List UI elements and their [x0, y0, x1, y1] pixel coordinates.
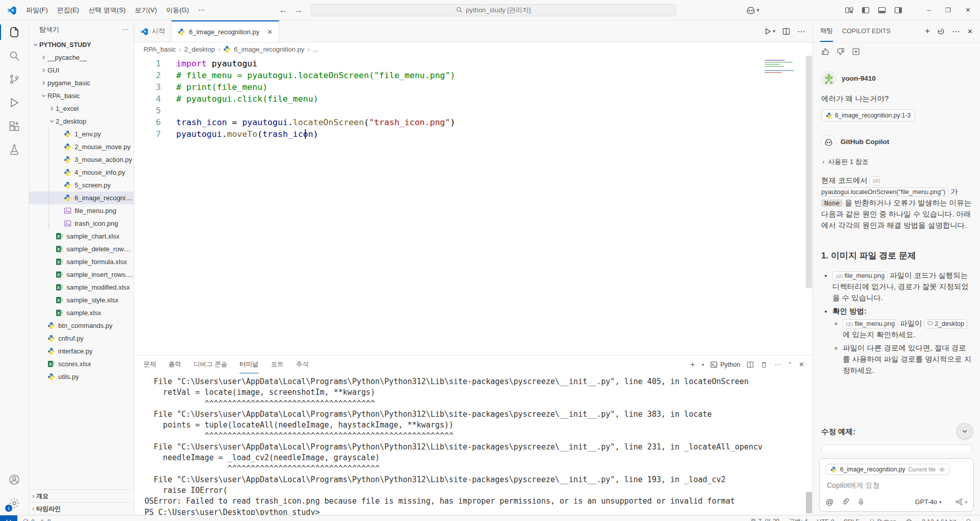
new-chat-icon[interactable]: +: [925, 26, 930, 36]
remote-indicator[interactable]: [0, 515, 17, 521]
tree-item-4_mouse_info.py[interactable]: 4_mouse_info.py: [29, 166, 134, 179]
account-icon[interactable]: [0, 468, 29, 491]
line-number-3[interactable]: 3: [134, 81, 161, 93]
command-center-search[interactable]: python_study [관리자]: [310, 4, 676, 16]
line-number-1[interactable]: 1: [134, 58, 161, 69]
toggle-secondary-sidebar-icon[interactable]: [894, 6, 902, 14]
tree-item-trash_icon.png[interactable]: trash_icon.png: [29, 217, 134, 230]
eye-icon[interactable]: [939, 466, 945, 473]
kill-terminal-icon[interactable]: [760, 361, 768, 368]
code-line-7[interactable]: pyautogui.moveTo(trash_icon): [176, 128, 455, 140]
status-item-5[interactable]: 3.12.4 64-bit: [922, 518, 956, 521]
settings-gear-icon[interactable]: 1: [0, 491, 29, 515]
close-tab-icon[interactable]: ✕: [267, 28, 273, 36]
code-line-1[interactable]: import pyautogui: [176, 58, 455, 69]
activity-source-control-icon[interactable]: [0, 67, 29, 91]
line-number-4[interactable]: 4: [134, 93, 161, 105]
minimap[interactable]: [764, 60, 796, 74]
mic-icon[interactable]: [857, 498, 865, 506]
status-copilot-icon[interactable]: [905, 518, 913, 521]
line-numbers[interactable]: 1234567: [134, 58, 161, 140]
terminal-dropdown-icon[interactable]: ▾: [702, 362, 704, 367]
menu-item-3[interactable]: 보기(V): [130, 4, 161, 17]
activity-explorer-icon[interactable]: [0, 20, 29, 44]
file-reference-chip[interactable]: [@] file_menu.png: [832, 271, 888, 280]
toggle-sidebar-icon[interactable]: [862, 6, 870, 14]
tree-item-3_mouse_action.py[interactable]: 3_mouse_action.py: [29, 153, 134, 166]
toggle-panel-icon[interactable]: [878, 6, 886, 14]
tree-item-RPA_basic[interactable]: RPA_basic: [29, 89, 134, 102]
window-minimize-button[interactable]: ─: [927, 7, 931, 14]
folder-reference-chip[interactable]: 2_desktop: [924, 319, 967, 328]
activity-run-debug-icon[interactable]: [0, 91, 29, 114]
panel-tab-디버그 콘솔[interactable]: 디버그 콘솔: [194, 356, 227, 373]
tree-item-PYTHON_STUDY[interactable]: PYTHON_STUDY: [29, 38, 134, 51]
tree-item-scores.xlsx[interactable]: Xscores.xlsx: [29, 358, 134, 370]
notifications-bell-icon[interactable]: [965, 518, 972, 521]
attach-icon[interactable]: [842, 498, 849, 506]
line-number-2[interactable]: 2: [134, 69, 161, 81]
split-editor-icon[interactable]: [782, 28, 790, 35]
chat-input[interactable]: 6_image_recognition.py Current file Copi…: [819, 458, 974, 512]
breadcrumb[interactable]: RPA_basic›2_desktop›6_image_recognition.…: [134, 42, 812, 56]
panel-tab-터미널[interactable]: 터미널: [240, 356, 259, 373]
menu-overflow-button[interactable]: ⋯: [194, 4, 209, 16]
explorer-actions-icon[interactable]: ⋯: [122, 26, 129, 33]
menu-item-1[interactable]: 편집(E): [53, 4, 84, 17]
tree-item-__pycache__[interactable]: __pycache__: [29, 51, 134, 64]
attached-file-chip[interactable]: 6_image_recognition.py:1-3: [821, 109, 915, 122]
code-line-4[interactable]: # pyautogui.click(file_menu): [176, 93, 455, 105]
editor-more-actions-icon[interactable]: ⋯: [797, 27, 805, 36]
terminal-shell-item[interactable]: Python: [710, 361, 740, 368]
insert-into-file-icon[interactable]: [852, 48, 860, 56]
breadcrumb-item-0[interactable]: RPA_basic: [144, 45, 176, 53]
activity-extensions-icon[interactable]: [0, 114, 29, 138]
panel-tab-포트[interactable]: 포트: [271, 356, 283, 373]
menu-item-4[interactable]: 이동(G): [161, 4, 194, 17]
tree-item-sample_delete_rows....[interactable]: Xsample_delete_rows....: [29, 243, 134, 255]
tree-item-2_mouse_move.py[interactable]: 2_mouse_move.py: [29, 140, 134, 153]
thumbs-up-icon[interactable]: [821, 48, 829, 56]
nav-back-icon[interactable]: ←: [279, 6, 287, 15]
problems-indicator[interactable]: 0 0: [22, 518, 51, 521]
run-python-file-icon[interactable]: ▾: [764, 28, 775, 35]
code-line-6[interactable]: trash_icon = pyautogui.locateOnScreen("t…: [176, 116, 455, 128]
tree-item-5_screen.py[interactable]: 5_screen.py: [29, 179, 134, 192]
nav-forward-icon[interactable]: →: [294, 6, 302, 15]
code-content[interactable]: import pyautogui# file_menu = pyautogui.…: [176, 58, 455, 140]
panel-tab-출력[interactable]: 출력: [169, 356, 181, 373]
activity-testing-icon[interactable]: [0, 138, 29, 161]
mention-context-icon[interactable]: @: [826, 498, 833, 506]
breadcrumb-item-1[interactable]: 2_desktop: [184, 45, 215, 53]
editor-scrollbar[interactable]: [805, 56, 812, 355]
used-references[interactable]: › 사용된 1 참조: [821, 157, 972, 167]
chat-more-actions-icon[interactable]: ⋯: [952, 27, 960, 36]
close-chat-icon[interactable]: ✕: [967, 28, 973, 35]
line-number-5[interactable]: 5: [134, 105, 161, 116]
window-restore-button[interactable]: ❐: [945, 7, 951, 14]
status-item-3[interactable]: CRLF: [844, 518, 859, 521]
status-item-0[interactable]: 줄 7, 열 29: [750, 517, 779, 521]
terminal-scrollbar[interactable]: [806, 492, 812, 513]
maximize-panel-icon[interactable]: ⌃: [787, 361, 792, 368]
chat-input-placeholder[interactable]: Copilot에게 요청: [827, 481, 967, 490]
tree-item-cnfruf.py[interactable]: cnfruf.py: [29, 332, 134, 345]
code-line-3[interactable]: # print(file_menu): [176, 81, 455, 93]
tree-item-GUI[interactable]: GUI: [29, 64, 134, 77]
window-close-button[interactable]: ✕: [965, 6, 971, 14]
model-picker[interactable]: GPT-4o ▾: [915, 499, 942, 506]
close-panel-icon[interactable]: ✕: [799, 361, 804, 368]
menu-item-0[interactable]: 파일(F): [21, 4, 53, 17]
tree-item-1_env.py[interactable]: 1_env.py: [29, 128, 134, 140]
code-line-2[interactable]: # file_menu = pyautogui.locateOnScreen("…: [176, 69, 455, 81]
editor-tab-6_image_recognition.py[interactable]: 6_image_recognition.py✕: [172, 20, 279, 42]
tree-item-2_desktop[interactable]: 2_desktop: [29, 115, 134, 128]
tab-copilot-edits[interactable]: COPILOT EDITS: [842, 20, 891, 42]
code-line-5[interactable]: [176, 105, 455, 116]
tree-item-6_image_recogniti...[interactable]: 6_image_recogniti...: [29, 192, 134, 204]
status-item-2[interactable]: UTF-8: [817, 518, 834, 521]
editor-tab-시작[interactable]: 시작: [134, 20, 172, 42]
tree-item-btn_commands.py[interactable]: btn_commands.py: [29, 319, 134, 332]
terminal-output[interactable]: File "C:\Users\user\AppData\Local\Progra…: [134, 373, 812, 515]
tree-item-pygame_basic[interactable]: pygame_basic: [29, 77, 134, 89]
